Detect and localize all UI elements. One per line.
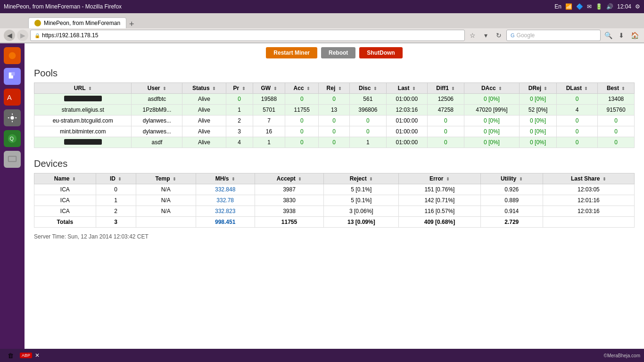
sidebar-icon-settings[interactable] xyxy=(4,109,21,126)
home-icon[interactable]: 🏠 xyxy=(629,30,640,41)
pools-cell-12-4: 0 xyxy=(556,137,597,148)
wifi-icon: 📶 xyxy=(565,3,572,10)
dropdown-icon[interactable]: ▾ xyxy=(480,30,491,41)
devices-total-7: 2.729 xyxy=(480,217,543,228)
pools-row-4: asdfAlive4100101:00:0000 [0%]0 [0%]00 xyxy=(34,137,635,148)
devices-cell-2-1: N/A xyxy=(136,195,196,206)
search-placeholder: Google xyxy=(517,32,535,39)
main-layout: A Q Restart Miner Reboot ShutDown Pools … xyxy=(0,43,644,362)
devices-col-reject: Reject ⇕ xyxy=(324,173,399,184)
tab-favicon xyxy=(34,20,41,26)
devices-cell-4-0: 3987 xyxy=(255,184,324,195)
devices-total-5: 13 [0.09%] xyxy=(324,217,399,228)
pools-cell-8-2: 01:00:00 xyxy=(386,115,427,126)
taskbar-x-icon[interactable]: ✕ xyxy=(35,352,40,359)
pools-cell-10-4: 0 [0%] xyxy=(464,137,520,148)
pools-cell-9-0: 12506 xyxy=(428,94,464,105)
shutdown-button[interactable]: ShutDown xyxy=(359,47,402,58)
back-button[interactable]: ◀ xyxy=(4,30,15,41)
devices-cell-2-0: N/A xyxy=(136,184,196,195)
devices-cell-7-1: 0.889 xyxy=(480,195,543,206)
devices-col-name: Name ⇕ xyxy=(34,173,96,184)
devices-cell-5-2: 3 [0.06%] xyxy=(324,206,399,217)
pools-cell-6-4: 0 xyxy=(319,137,350,148)
taskbar-copyright: ©MeraBheja.com xyxy=(604,353,640,358)
os-lang: En xyxy=(554,3,561,10)
pools-col-status: Status ⇕ xyxy=(182,83,226,94)
os-title-text: MinePeon, from MineForeman - Mozilla Fir… xyxy=(4,3,122,10)
download-icon[interactable]: ⬇ xyxy=(616,30,627,41)
volume-icon: 🔊 xyxy=(606,3,613,10)
pools-cell-6-2: 0 xyxy=(319,115,350,126)
pools-cell-13-4: 0 xyxy=(598,137,635,148)
bookmark-star-icon[interactable]: ☆ xyxy=(467,30,478,41)
active-tab[interactable]: MinePeon, from MineForeman xyxy=(28,17,126,28)
search-icon[interactable]: 🔍 xyxy=(603,30,614,41)
pools-cell-10-2: 0 [0%] xyxy=(464,115,520,126)
sidebar-icon-app[interactable]: A xyxy=(4,89,21,106)
devices-cell-5-0: 5 [0.1%] xyxy=(324,184,399,195)
pools-cell-8-1: 12:03:16 xyxy=(386,105,427,115)
devices-cell-5-1: 5 [0.1%] xyxy=(324,195,399,206)
pools-col-last: Last ⇕ xyxy=(386,83,427,94)
svg-point-4 xyxy=(10,116,14,119)
pools-cell-7-1: 396806 xyxy=(350,105,387,115)
pools-cell-11-0: 0 [0%] xyxy=(520,94,557,105)
pools-cell-8-4: 01:00:00 xyxy=(386,137,427,148)
devices-col-temp: Temp ⇕ xyxy=(136,173,196,184)
svg-text:A: A xyxy=(7,94,12,101)
refresh-icon[interactable]: ↻ xyxy=(493,30,504,41)
restart-miner-button[interactable]: Restart Miner xyxy=(266,47,317,58)
pools-cell-13-3: 0 xyxy=(598,126,635,137)
devices-total-4: 11755 xyxy=(255,217,324,228)
pools-col-best: Best ⇕ xyxy=(598,83,635,94)
devices-row-2: ICA2N/A332.82339383 [0.06%]116 [0.57%]0.… xyxy=(34,206,635,217)
forward-button[interactable]: ▶ xyxy=(17,30,28,41)
devices-total-3: 998.451 xyxy=(196,217,255,228)
devices-cell-6-0: 151 [0.76%] xyxy=(399,184,481,195)
pools-cell-5-2: 0 xyxy=(285,115,319,126)
settings-icon: ⚙ xyxy=(635,3,640,10)
google-icon: G xyxy=(511,33,515,38)
pools-col-diff1: Diff1 ⇕ xyxy=(428,83,464,94)
pools-cell-url-3: mint.bitminter.com xyxy=(34,126,132,137)
pools-cell-10-0: 0 [0%] xyxy=(464,94,520,105)
devices-col-id: ID ⇕ xyxy=(96,173,136,184)
url-text: https://192.168.178.15 xyxy=(42,32,98,39)
devices-total-2 xyxy=(136,217,196,228)
pools-col-dacc: DAcc ⇕ xyxy=(464,83,520,94)
devices-cell-6-1: 142 [0.71%] xyxy=(399,195,481,206)
devices-cell-6-2: 116 [0.57%] xyxy=(399,206,481,217)
pools-cell-11-3: 0 [0%] xyxy=(520,126,557,137)
pools-col-url: URL ⇕ xyxy=(34,83,132,94)
address-bar[interactable]: 🔒 https://192.168.178.15 xyxy=(30,30,465,41)
reboot-button[interactable]: Reboot xyxy=(321,47,355,58)
sidebar-icon-torrent[interactable]: Q xyxy=(4,130,21,147)
pools-col-acc: Acc ⇕ xyxy=(285,83,319,94)
sidebar-icon-files[interactable] xyxy=(4,68,21,85)
adblock-badge[interactable]: ABP xyxy=(20,353,32,358)
pools-cell-11-2: 0 [0%] xyxy=(520,115,557,126)
devices-total-1: 3 xyxy=(96,217,136,228)
devices-header-row: Name ⇕ ID ⇕ Temp ⇕ MH/s ⇕ Accept ⇕ Rejec… xyxy=(34,173,635,184)
pools-row-0: asdfbtcAlive0195880056101:00:00125060 [0… xyxy=(34,94,635,105)
devices-cell-3-0: 332.848 xyxy=(196,184,255,195)
devices-cell-1-2: 2 xyxy=(96,206,136,217)
pools-col-drej: DRej ⇕ xyxy=(520,83,557,94)
pools-cell-9-3: 0 xyxy=(428,126,464,137)
sidebar: A Q xyxy=(0,43,25,362)
pools-cell-1-0: asdfbtc xyxy=(132,94,182,105)
trash-icon[interactable]: 🗑 xyxy=(4,349,17,362)
sidebar-icon-firefox[interactable] xyxy=(4,47,21,64)
devices-cell-0-0: ICA xyxy=(34,184,96,195)
navigation-bar: ◀ ▶ 🔒 https://192.168.178.15 ☆ ▾ ↻ G Goo… xyxy=(0,28,644,43)
devices-cell-4-2: 3938 xyxy=(255,206,324,217)
pools-cell-2-2: Alive xyxy=(182,115,226,126)
svg-text:Q: Q xyxy=(10,136,14,141)
devices-title: Devices xyxy=(34,158,635,169)
new-tab-button[interactable]: + xyxy=(126,20,137,28)
search-bar[interactable]: G Google xyxy=(506,30,601,41)
sidebar-icon-vm[interactable] xyxy=(4,151,21,168)
pools-cell-10-3: 0 [0%] xyxy=(464,126,520,137)
pools-cell-4-4: 1 xyxy=(253,137,285,148)
